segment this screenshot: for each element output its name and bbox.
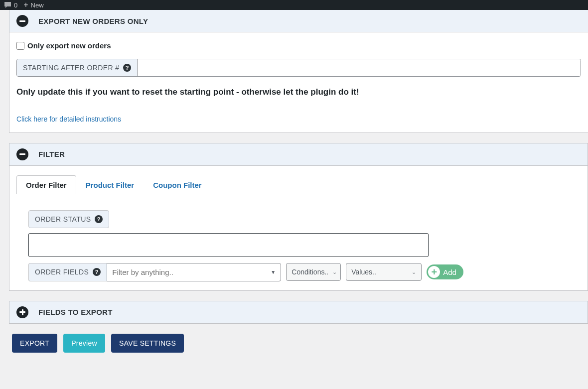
order-status-input[interactable] [28, 233, 429, 257]
plus-icon: + [23, 1, 28, 9]
panel-title: FIELDS TO EXPORT [38, 308, 113, 316]
admin-top-bar: 0 + New [0, 0, 588, 10]
panel-title: EXPORT NEW ORDERS ONLY [38, 17, 148, 25]
tab-product-filter[interactable]: Product Filter [76, 175, 144, 194]
conditions-select[interactable]: Conditions.. ⌄ [286, 263, 341, 281]
panel-title: FILTER [38, 150, 65, 158]
comments-link[interactable]: 0 [4, 1, 17, 9]
starting-after-input[interactable] [138, 59, 581, 76]
filter-by-input[interactable] [107, 263, 266, 281]
help-icon[interactable]: ? [93, 268, 101, 276]
help-icon[interactable]: ? [95, 215, 103, 223]
collapse-icon [16, 15, 28, 27]
export-new-orders-body: Only export new orders STARTING AFTER OR… [9, 32, 588, 132]
tab-order-filter[interactable]: Order Filter [16, 175, 76, 194]
tab-coupon-filter[interactable]: Coupon Filter [144, 175, 211, 194]
chevron-down-icon: ⌄ [332, 269, 337, 275]
save-settings-button[interactable]: SAVE SETTINGS [111, 334, 184, 353]
order-status-label: ORDER STATUS ? [28, 210, 109, 228]
chevron-down-icon: ⌄ [412, 269, 416, 275]
new-label: New [31, 1, 44, 9]
filter-tabs: Order Filter Product Filter Coupon Filte… [16, 175, 581, 194]
expand-icon [16, 306, 28, 318]
comment-icon [4, 1, 11, 8]
export-button[interactable]: EXPORT [12, 334, 57, 353]
filter-header[interactable]: FILTER [9, 143, 588, 166]
values-select[interactable]: Values.. ⌄ [346, 263, 422, 281]
chevron-down-icon: ▼ [266, 269, 281, 275]
plus-circle-icon: + [428, 266, 440, 278]
action-buttons: EXPORT Preview SAVE SETTINGS [9, 334, 588, 362]
collapse-icon [16, 148, 28, 160]
add-filter-button[interactable]: + Add [427, 264, 463, 279]
only-export-new-checkbox[interactable] [16, 42, 24, 50]
order-fields-label: ORDER FIELDS ? [28, 263, 107, 281]
only-export-new-label[interactable]: Only export new orders [27, 41, 111, 50]
filter-panel: FILTER Order Filter Product Filter Coupo… [9, 143, 588, 291]
filter-body: Order Filter Product Filter Coupon Filte… [9, 166, 588, 290]
reset-warning-text: Only update this if you want to reset th… [16, 86, 581, 99]
order-fields-row: ORDER FIELDS ? ▼ Conditions.. ⌄ Values [28, 263, 477, 281]
filter-by-select[interactable]: ▼ [107, 263, 281, 281]
starting-after-label: STARTING AFTER ORDER # ? [17, 59, 138, 76]
fields-to-export-panel: FIELDS TO EXPORT [9, 301, 588, 324]
starting-after-row: STARTING AFTER ORDER # ? [16, 59, 581, 77]
comment-count: 0 [14, 1, 17, 9]
instructions-link[interactable]: Click here for detailed instructions [16, 115, 121, 123]
help-icon[interactable]: ? [123, 64, 131, 72]
new-link[interactable]: + New [23, 1, 43, 9]
preview-button[interactable]: Preview [63, 334, 105, 353]
export-new-orders-header[interactable]: EXPORT NEW ORDERS ONLY [9, 10, 588, 32]
fields-to-export-header[interactable]: FIELDS TO EXPORT [9, 301, 588, 323]
export-new-orders-panel: EXPORT NEW ORDERS ONLY Only export new o… [9, 10, 588, 133]
